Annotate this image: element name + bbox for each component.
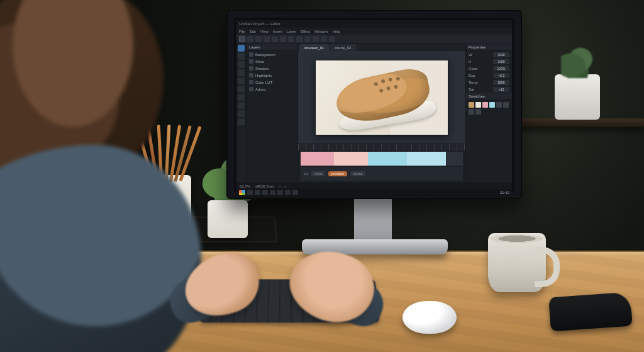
mini-swatch[interactable] <box>503 102 509 108</box>
layer-label: Highlights <box>255 74 272 77</box>
swatch-3[interactable] <box>368 152 407 166</box>
layer-label: Adjust <box>255 88 266 91</box>
monitor-stand-neck <box>354 198 392 243</box>
swatch-2[interactable] <box>334 152 367 166</box>
start-button-icon[interactable] <box>239 190 245 195</box>
mini-swatch[interactable] <box>496 102 502 108</box>
prop-row: W1920 <box>466 51 512 58</box>
menu-bar[interactable]: File Edit View Insert Layer Effect Windo… <box>236 28 512 35</box>
menu-layer[interactable]: Layer <box>287 30 296 33</box>
swatch-4[interactable] <box>407 152 446 166</box>
prop-value[interactable]: +12 <box>493 87 509 92</box>
prop-key: Sat <box>469 88 474 91</box>
mini-swatch[interactable] <box>475 102 481 108</box>
tool-type[interactable] <box>238 94 245 101</box>
editor-app-window: Untitled Project — Editor File Edit View… <box>236 20 512 189</box>
prop-value[interactable]: 1920 <box>493 52 509 57</box>
text-icon[interactable] <box>280 36 286 42</box>
menu-view[interactable]: View <box>260 30 269 33</box>
document-tabs: sneaker_01 scene_02 <box>298 43 465 51</box>
os-taskbar[interactable]: 21:42 <box>236 189 512 196</box>
properties-panel: Properties W1920 H1080 Opac100% Exp+0.3 … <box>465 43 512 183</box>
select-icon[interactable] <box>247 36 253 42</box>
prop-row: Opac100% <box>466 65 512 72</box>
layer-row[interactable]: Color LUT <box>247 79 297 86</box>
prop-value[interactable]: 1080 <box>493 59 509 64</box>
prop-value[interactable]: +0.3 <box>493 73 509 78</box>
prop-key: Opac <box>469 67 477 71</box>
taskbar-app-icon[interactable] <box>270 190 275 195</box>
layer-row[interactable]: Background <box>247 51 297 58</box>
taskbar-app-icon[interactable] <box>285 190 291 195</box>
mini-swatch[interactable] <box>469 109 474 115</box>
canvas-viewport[interactable] <box>298 51 465 144</box>
main-toolbar <box>236 35 512 43</box>
layer-row[interactable]: Adjust <box>247 86 297 93</box>
layer-row[interactable]: Highlights <box>247 72 297 79</box>
shelf-plant-pot <box>555 74 600 120</box>
properties-panel-title: Properties <box>466 43 512 51</box>
swatch-1[interactable] <box>301 152 334 166</box>
menu-effect[interactable]: Effect <box>301 30 310 33</box>
move-icon[interactable] <box>239 36 245 42</box>
brush-icon[interactable] <box>264 36 270 42</box>
tab-sneaker[interactable]: sneaker_01 <box>299 44 329 51</box>
taskbar-app-icon[interactable] <box>262 190 268 195</box>
swatch-5[interactable] <box>446 152 463 166</box>
tool-pen[interactable] <box>238 69 245 76</box>
tool-zoom[interactable] <box>238 118 245 125</box>
mini-swatch[interactable] <box>475 109 481 115</box>
menu-window[interactable]: Window <box>314 30 328 33</box>
layers-panel: Layers Background Shoe Shadow Highlights… <box>247 43 298 183</box>
tool-clone[interactable] <box>238 86 245 93</box>
mini-swatch[interactable] <box>489 102 495 108</box>
tool-pointer[interactable] <box>238 45 245 52</box>
menu-file[interactable]: File <box>239 30 245 33</box>
timeline-ruler[interactable] <box>298 144 465 150</box>
layer-row[interactable]: Shoe <box>247 58 297 65</box>
tool-lasso[interactable] <box>238 61 245 68</box>
tool-marquee[interactable] <box>238 53 245 60</box>
layer-row[interactable]: Shadow <box>247 65 297 72</box>
monitor: Untitled Project — Editor File Edit View… <box>226 10 522 199</box>
canvas[interactable] <box>316 60 448 135</box>
prop-row: H1080 <box>466 58 512 65</box>
tool-shape[interactable] <box>238 102 245 109</box>
status-cursor: --, -- <box>279 185 286 188</box>
editor-body: Layers Background Shoe Shadow Highlights… <box>236 43 512 183</box>
timeline-tracks[interactable]: V1 intro product detail <box>301 167 463 181</box>
tool-eyedrop[interactable] <box>238 110 245 117</box>
gradient-icon[interactable] <box>329 36 335 42</box>
eraser-icon[interactable] <box>272 36 278 42</box>
clip-intro[interactable]: intro <box>311 171 325 176</box>
prop-value[interactable]: 100% <box>493 66 509 71</box>
timeline-panel: V1 intro product detail <box>298 144 465 183</box>
taskbar-app-icon[interactable] <box>277 190 283 195</box>
shape-icon[interactable] <box>288 36 294 42</box>
layer-label: Shoe <box>255 60 264 64</box>
mini-swatch[interactable] <box>482 102 488 108</box>
prop-value[interactable]: 5800 <box>493 80 509 85</box>
eyedrop-icon[interactable] <box>296 36 303 42</box>
taskbar-app-icon[interactable] <box>247 190 253 195</box>
layer-label: Background <box>255 53 275 57</box>
window-titlebar[interactable]: Untitled Project — Editor <box>236 20 512 28</box>
menu-help[interactable]: Help <box>333 30 340 33</box>
tab-scene[interactable]: scene_02 <box>330 44 356 51</box>
mini-swatch[interactable] <box>469 102 474 108</box>
mask-icon[interactable] <box>321 36 327 42</box>
stapler <box>548 292 632 332</box>
menu-insert[interactable]: Insert <box>273 30 282 33</box>
tool-brush[interactable] <box>238 77 245 84</box>
menu-edit[interactable]: Edit <box>250 30 256 33</box>
status-zoom[interactable]: 66.7% <box>240 185 250 188</box>
zoom-icon[interactable] <box>304 36 311 42</box>
taskbar-app-icon[interactable] <box>255 190 260 195</box>
status-doc: sRGB 8-bit <box>255 185 274 188</box>
taskbar-clock[interactable]: 21:42 <box>500 191 509 195</box>
hand-icon[interactable] <box>313 36 319 42</box>
crop-icon[interactable] <box>255 36 262 42</box>
clip-detail[interactable]: detail <box>350 171 365 176</box>
taskbar-app-icon[interactable] <box>292 190 298 195</box>
clip-product[interactable]: product <box>328 171 347 176</box>
